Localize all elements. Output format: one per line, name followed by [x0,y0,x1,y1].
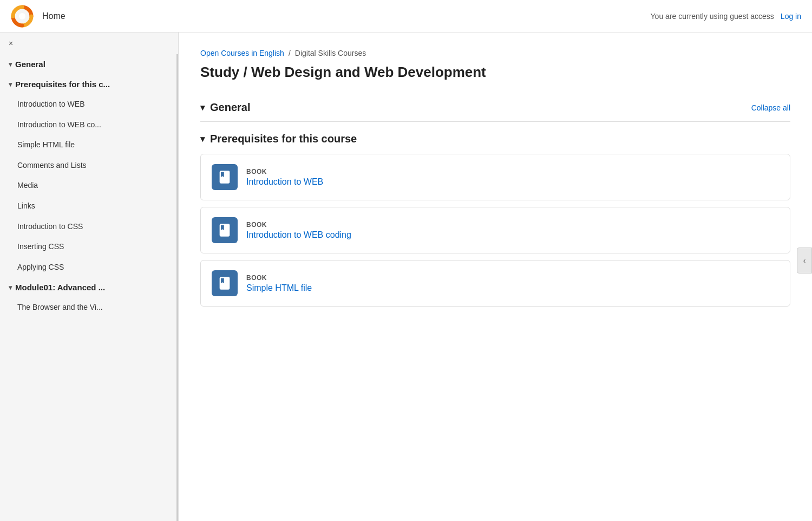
chevron-down-icon: ▾ [9,81,12,88]
prerequisites-section-label: Prerequisites for this course [210,133,357,145]
chevron-down-icon: ▾ [200,134,205,144]
sidebar-collapse-button[interactable]: ‹ [797,248,812,273]
sidebar-item-inserting-css[interactable]: Inserting CSS [0,237,178,257]
book-info-simple-html: BOOK Simple HTML file [246,274,312,293]
sidebar-item-intro-web[interactable]: Introduction to WEB [0,94,178,115]
sidebar-item-intro-web-co[interactable]: Introduction to WEB co... [0,115,178,135]
sidebar-item-media[interactable]: Media [0,175,178,196]
prerequisites-section-header[interactable]: ▾ Prerequisites for this course [200,122,790,154]
sidebar-item-links[interactable]: Links [0,196,178,217]
book-type-label: BOOK [246,274,312,282]
sidebar-section-module01[interactable]: ▾ Module01: Advanced ... [0,277,178,297]
svg-point-1 [19,13,25,19]
sidebar-section-prerequisites[interactable]: ▾ Prerequisites for this c... [0,74,178,94]
sidebar-section-general-label: General [15,60,45,69]
sidebar-item-intro-css[interactable]: Introduction to CSS [0,217,178,237]
chevron-down-icon: ▾ [200,102,205,113]
header-left: Home [11,5,66,28]
chevron-down-icon: ▾ [9,284,12,291]
book-card-simple-html: BOOK Simple HTML file [200,260,790,307]
logo[interactable] [11,5,34,28]
sidebar-item-simple-html[interactable]: Simple HTML file [0,135,178,155]
book-icon-intro-web-coding [212,217,238,243]
breadcrumb: Open Courses in English / Digital Skills… [200,49,790,57]
chevron-down-icon: ▾ [9,61,12,68]
sidebar-section-general[interactable]: ▾ General [0,54,178,74]
book-card-intro-web: BOOK Introduction to WEB [200,154,790,200]
general-section-label: General [210,101,250,114]
book-icon-simple-html [212,270,238,296]
breadcrumb-separator: / [289,49,291,57]
login-link[interactable]: Log in [781,12,801,21]
general-section-header[interactable]: ▾ General Collapse all [200,94,790,122]
sidebar-section-prerequisites-label: Prerequisites for this c... [15,80,110,89]
general-section-left: ▾ General [200,101,250,114]
book-card-intro-web-coding: BOOK Introduction to WEB coding [200,207,790,253]
layout: × ▾ General ▾ Prerequisites for this c..… [0,32,812,521]
sidebar-divider [176,54,178,521]
sidebar-close-button[interactable]: × [0,32,178,54]
book-info-intro-web: BOOK Introduction to WEB [246,168,323,187]
home-link[interactable]: Home [42,11,66,21]
collapse-all-button[interactable]: Collapse all [751,103,790,112]
book-icon-intro-web [212,164,238,190]
book-type-label: BOOK [246,168,323,175]
header-right: You are currently using guest access Log… [651,12,801,21]
header: Home You are currently using guest acces… [0,0,812,32]
book-type-label: BOOK [246,221,351,229]
guest-message: You are currently using guest access [651,12,774,21]
sidebar-item-applying-css[interactable]: Applying CSS [0,257,178,278]
breadcrumb-current: Digital Skills Courses [295,49,366,57]
sidebar-item-comments-lists[interactable]: Comments and Lists [0,155,178,176]
breadcrumb-link[interactable]: Open Courses in English [200,49,284,57]
sidebar-section-module01-label: Module01: Advanced ... [15,283,105,292]
main-content: Open Courses in English / Digital Skills… [179,32,812,521]
sidebar-item-browser-vi[interactable]: The Browser and the Vi... [0,297,178,318]
book-title-intro-web[interactable]: Introduction to WEB [246,177,323,187]
page-title: Study / Web Design and Web Development [200,64,790,81]
book-info-intro-web-coding: BOOK Introduction to WEB coding [246,221,351,240]
book-title-intro-web-coding[interactable]: Introduction to WEB coding [246,230,351,240]
sidebar: × ▾ General ▾ Prerequisites for this c..… [0,32,179,521]
book-title-simple-html[interactable]: Simple HTML file [246,283,312,293]
chevron-left-icon: ‹ [803,256,806,265]
